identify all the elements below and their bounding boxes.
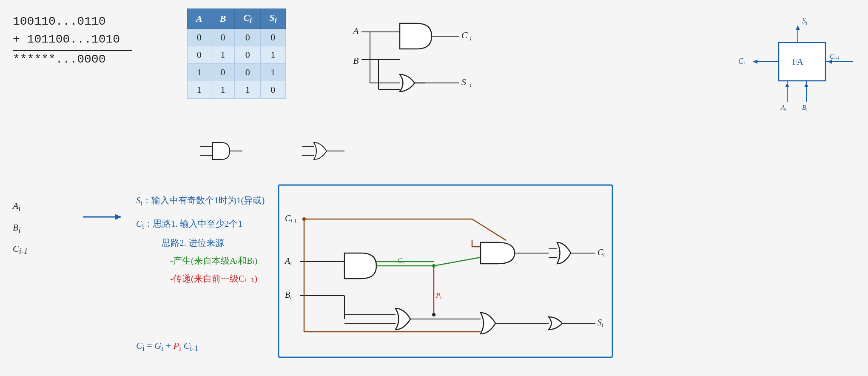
full-adder-diagram: Ci-1 Ai Bi Gi Pi xyxy=(276,183,617,363)
propagate-text: -传递(来自前一级Cᵢ₋₁) xyxy=(170,273,257,284)
svg-line-44 xyxy=(472,219,506,240)
svg-marker-18 xyxy=(796,26,800,30)
ci-text2-line: 思路2. 进位来源 xyxy=(136,234,265,252)
top-logic-diagram: A B C i S i xyxy=(349,4,519,125)
truth-table-section: A B Ci Si 0000 0101 1001 1110 xyxy=(187,9,286,99)
si-description: Si：输入中有奇数个1时为1(异或) xyxy=(136,191,265,211)
binary-result: ******...0000 xyxy=(13,53,132,66)
ci-minus1-label: Ci-1 xyxy=(13,239,28,260)
svg-text:Ci-1: Ci-1 xyxy=(285,214,297,224)
svg-point-71 xyxy=(432,264,435,268)
si-text: 输入中有奇数个1时为1(异或) xyxy=(151,195,265,205)
svg-text:C: C xyxy=(461,30,468,40)
svg-text:Ci: Ci xyxy=(598,248,605,258)
binary-line1: 100110...0110 xyxy=(13,13,132,31)
svg-text:Bi: Bi xyxy=(802,104,808,111)
svg-marker-21 xyxy=(753,60,757,64)
svg-text:Ci: Ci xyxy=(738,57,745,66)
col-header-si: Si xyxy=(261,9,285,29)
truth-table: A B Ci Si 0000 0101 1001 1110 xyxy=(187,9,286,99)
svg-marker-38 xyxy=(115,214,121,220)
col-header-b: B xyxy=(211,9,235,29)
ci-text1: 思路1. 输入中至少2个1 xyxy=(153,219,242,229)
svg-marker-24 xyxy=(828,60,832,64)
svg-text:Gi: Gi xyxy=(398,257,404,265)
svg-text:Ai: Ai xyxy=(284,256,292,266)
svg-point-73 xyxy=(432,313,435,316)
table-row: 0000 xyxy=(188,29,286,46)
binary-divider xyxy=(13,50,132,51)
input-labels-section: Ai Bi Ci-1 xyxy=(13,196,28,260)
formula-text: Ci = Gi + Pi Ci-1 xyxy=(136,340,199,351)
fa-box-diagram: FA Si Ci Ci-1 Ai Bi xyxy=(736,17,864,125)
description-section: Si：输入中有奇数个1时为1(异或) Ci：思路1. 输入中至少2个1 思路2.… xyxy=(136,191,265,288)
svg-text:A: A xyxy=(352,26,359,36)
svg-text:B: B xyxy=(353,55,359,66)
ci-text2: 思路2. 进位来源 xyxy=(162,238,224,248)
formula-section: Ci = Gi + Pi Ci-1 xyxy=(136,340,199,353)
arrow-section xyxy=(81,208,132,227)
produce-line: -产生(来自本级Aᵢ和Bᵢ) xyxy=(136,252,265,270)
table-row: 1110 xyxy=(188,81,286,99)
small-and-gate xyxy=(196,136,247,172)
svg-text:S: S xyxy=(461,77,466,87)
table-row: 1001 xyxy=(188,64,286,81)
svg-text:Bi: Bi xyxy=(285,290,292,300)
fa-complex-circuit: Ci-1 Ai Bi Gi Pi xyxy=(276,183,617,362)
produce-text: -产生(来自本级Aᵢ和Bᵢ) xyxy=(170,256,257,266)
svg-text:Ai: Ai xyxy=(780,104,786,111)
svg-line-59 xyxy=(434,257,481,266)
small-or-symbol xyxy=(298,136,349,170)
svg-text:FA: FA xyxy=(792,56,804,67)
propagate-line: -传递(来自前一级Cᵢ₋₁) xyxy=(136,270,265,288)
svg-text:Ci-1: Ci-1 xyxy=(830,53,840,60)
col-header-a: A xyxy=(188,9,211,29)
svg-point-72 xyxy=(302,217,306,221)
bi-label: Bi xyxy=(13,217,28,239)
svg-text:Si: Si xyxy=(802,17,807,26)
fa-symbol: FA Si Ci Ci-1 Ai Bi xyxy=(736,17,859,123)
ci-description: Ci：思路1. 输入中至少2个1 xyxy=(136,215,265,234)
ai-label: Ai xyxy=(13,196,28,217)
table-row: 0101 xyxy=(188,46,286,64)
svg-text:Pi: Pi xyxy=(435,292,441,299)
svg-text:Si: Si xyxy=(598,318,603,328)
right-arrow xyxy=(81,208,132,225)
svg-marker-30 xyxy=(804,83,808,87)
svg-marker-27 xyxy=(785,83,789,87)
binary-line2: + 101100...1010 xyxy=(13,31,132,48)
small-and-symbol xyxy=(196,136,247,170)
binary-addition: 100110...0110 + 101100...1010 ******...0… xyxy=(13,13,132,66)
main-content: 100110...0110 + 101100...1010 ******...0… xyxy=(0,0,868,376)
half-adder-diagram: A B C i S i xyxy=(349,4,519,123)
col-header-ci: Ci xyxy=(235,9,261,29)
small-or-gate xyxy=(298,136,349,172)
svg-text:i: i xyxy=(470,35,472,42)
svg-text:i: i xyxy=(470,82,472,88)
